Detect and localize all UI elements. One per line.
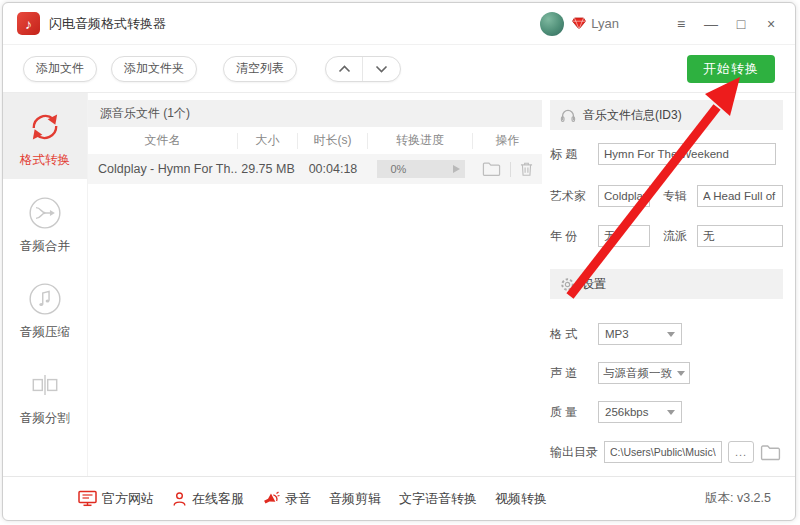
genre-label: 流派 xyxy=(663,228,697,245)
album-field[interactable] xyxy=(697,185,783,207)
maximize-icon[interactable]: □ xyxy=(731,13,751,35)
browse-button[interactable]: ... xyxy=(728,441,754,463)
progress-cell: 0% xyxy=(368,160,473,178)
year-field[interactable] xyxy=(598,225,650,247)
output-dir-field[interactable] xyxy=(604,441,722,463)
table-row[interactable]: Coldplay - Hymn For Th... 29.75 MB 00:04… xyxy=(88,154,542,184)
window-controls: ≡ — □ × xyxy=(671,13,781,35)
play-icon[interactable] xyxy=(453,165,460,173)
chevron-down-icon xyxy=(375,65,388,73)
format-convert-icon xyxy=(27,109,63,145)
format-value: MP3 xyxy=(605,328,629,340)
footer-link-label: 视频转换 xyxy=(495,490,547,508)
close-icon[interactable]: × xyxy=(761,13,781,35)
move-up-button[interactable] xyxy=(326,57,363,81)
file-duration: 00:04:18 xyxy=(298,162,368,176)
audio-compress-icon xyxy=(27,281,63,317)
title-label: 标 题 xyxy=(550,146,598,163)
website-monitor-icon xyxy=(78,490,97,507)
user-account[interactable]: Lyan xyxy=(540,12,619,36)
quality-value: 256kbps xyxy=(605,406,648,418)
id3-title-row: 标 题 xyxy=(550,143,783,165)
dropdown-arrow-icon xyxy=(667,332,675,337)
column-progress: 转换进度 xyxy=(368,133,473,149)
reorder-buttons xyxy=(325,56,401,82)
column-actions: 操作 xyxy=(473,133,542,149)
footer-link-video-convert[interactable]: 视频转换 xyxy=(495,490,547,508)
file-name: Coldplay - Hymn For Th... xyxy=(88,162,238,176)
app-window: ♪ 闪电音频格式转换器 Lyan ≡ — □ × 添加文件 添加文件夹 清空列表 xyxy=(2,2,796,521)
vip-gem-icon xyxy=(572,17,586,30)
footer-link-recording[interactable]: 录音 xyxy=(262,490,311,508)
sidebar-item-label: 音频压缩 xyxy=(20,324,70,341)
column-duration: 时长(s) xyxy=(298,133,368,149)
sidebar-item-audio-compress[interactable]: 音频压缩 xyxy=(3,265,87,351)
output-dir-label: 输出目录 xyxy=(550,444,604,461)
album-label: 专辑 xyxy=(663,188,697,205)
sidebar-item-audio-merge[interactable]: 音频合并 xyxy=(3,179,87,265)
sidebar: 格式转换 音频合并 音频压缩 xyxy=(3,93,88,476)
version-text: 版本: v3.2.5 xyxy=(705,490,771,507)
quality-select[interactable]: 256kbps xyxy=(598,401,682,423)
sidebar-item-label: 格式转换 xyxy=(20,152,70,169)
footer-link-label: 在线客服 xyxy=(192,490,244,508)
headphones-icon xyxy=(560,108,576,123)
column-filename: 文件名 xyxy=(88,133,238,149)
trash-icon xyxy=(520,161,533,177)
app-logo-icon: ♪ xyxy=(17,12,40,35)
sidebar-item-label: 音频合并 xyxy=(20,238,70,255)
settings-section-header: 设置 xyxy=(550,269,783,299)
add-file-button[interactable]: 添加文件 xyxy=(23,56,97,82)
dropdown-arrow-icon xyxy=(667,410,675,415)
format-label: 格 式 xyxy=(550,326,598,343)
open-output-folder-button[interactable] xyxy=(760,444,781,461)
open-folder-button[interactable] xyxy=(482,161,501,177)
footer-link-label: 文字语音转换 xyxy=(399,490,477,508)
id3-year-genre-row: 年 份 流派 xyxy=(550,225,783,247)
id3-section-header: 音乐文件信息(ID3) xyxy=(550,100,783,130)
right-panel: 音乐文件信息(ID3) 标 题 艺术家 专辑 年 份 流派 xyxy=(542,93,795,476)
year-label: 年 份 xyxy=(550,228,598,245)
footer-link-text-to-speech[interactable]: 文字语音转换 xyxy=(399,490,477,508)
add-folder-button[interactable]: 添加文件夹 xyxy=(111,56,197,82)
toolbar: 添加文件 添加文件夹 清空列表 开始转换 xyxy=(3,45,795,93)
delete-button[interactable] xyxy=(520,161,533,177)
format-select[interactable]: MP3 xyxy=(598,323,682,345)
title-field[interactable] xyxy=(598,143,776,165)
artist-field[interactable] xyxy=(598,185,650,207)
quality-label: 质 量 xyxy=(550,404,598,421)
audio-split-icon xyxy=(27,367,63,403)
minimize-icon[interactable]: — xyxy=(701,13,721,35)
progress-percent: 0% xyxy=(391,163,407,175)
file-size: 29.75 MB xyxy=(238,162,298,176)
row-actions xyxy=(473,161,542,177)
id3-artist-album-row: 艺术家 专辑 xyxy=(550,185,783,207)
dropdown-arrow-icon xyxy=(677,371,685,376)
footer-link-label: 录音 xyxy=(285,490,311,508)
clear-list-button[interactable]: 清空列表 xyxy=(223,56,297,82)
output-dir-row: 输出目录 ... xyxy=(550,441,783,463)
channel-select[interactable]: 与源音频一致 xyxy=(598,362,690,384)
genre-field[interactable] xyxy=(697,225,783,247)
column-size: 大小 xyxy=(238,133,298,149)
move-down-button[interactable] xyxy=(363,57,400,81)
settings-header-label: 设置 xyxy=(582,276,606,293)
menu-icon[interactable]: ≡ xyxy=(671,13,691,35)
footer-bar: 官方网站 在线客服 录音 音频剪辑 文字语音转换 xyxy=(3,476,795,520)
footer-link-label: 官方网站 xyxy=(102,490,154,508)
channel-value: 与源音频一致 xyxy=(603,366,672,381)
source-files-header: 源音乐文件 (1个) xyxy=(88,100,542,127)
channel-row: 声 道 与源音频一致 xyxy=(550,362,783,384)
footer-link-website[interactable]: 官方网站 xyxy=(78,490,154,508)
artist-label: 艺术家 xyxy=(550,188,598,205)
start-convert-button[interactable]: 开始转换 xyxy=(687,55,775,83)
footer-link-customer-service[interactable]: 在线客服 xyxy=(172,490,244,508)
table-header-row: 文件名 大小 时长(s) 转换进度 操作 xyxy=(88,127,542,154)
divider xyxy=(510,162,511,177)
id3-header-label: 音乐文件信息(ID3) xyxy=(583,107,682,124)
sidebar-item-format-convert[interactable]: 格式转换 xyxy=(3,93,87,179)
sidebar-item-audio-split[interactable]: 音频分割 xyxy=(3,351,87,437)
footer-link-audio-edit[interactable]: 音频剪辑 xyxy=(329,490,381,508)
recording-horn-icon xyxy=(262,491,280,507)
user-avatar[interactable] xyxy=(540,12,564,36)
